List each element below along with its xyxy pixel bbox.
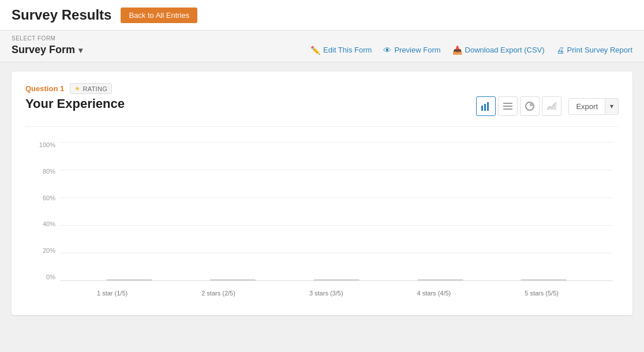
svg-rect-3 [503,103,512,104]
top-header: Survey Results Back to All Entries [0,0,644,31]
toolbar-actions: ✏️ Edit This Form 👁 Preview Form 📥 Downl… [310,46,632,55]
pie-chart-button[interactable] [520,96,540,116]
edit-form-label: Edit This Form [323,46,372,54]
bar-chart-icon [481,101,491,111]
edit-form-action[interactable]: ✏️ Edit This Form [310,46,372,55]
bar-chart-container: 100% 80% 60% 40% 20% 0% [25,136,619,304]
x-label-3stars: 3 stars (3/5) [309,290,343,297]
print-icon: 🖨 [556,46,564,55]
grid-line-20 [60,253,613,253]
question-type-label: RATING [83,85,108,92]
area-chart-button[interactable] [542,96,561,116]
preview-form-action[interactable]: 👁 Preview Form [383,46,440,55]
selected-form-name: Survey Form [12,44,75,56]
pie-chart-icon [525,101,535,111]
table-view-button[interactable] [498,96,518,116]
question-type-badge: ★ RATING [70,83,112,94]
y-label-60: 60% [43,195,55,201]
grid-lines [60,142,613,280]
form-select-row: Survey Form ▾ ✏️ Edit This Form 👁 Previe… [12,44,632,56]
question-number: Question 1 [25,84,64,93]
download-icon: 📥 [452,46,462,55]
svg-rect-2 [487,102,489,111]
y-label-80: 80% [43,168,55,175]
form-select-bar: SELECT FORM Survey Form ▾ ✏️ Edit This F… [0,31,644,62]
back-button[interactable]: Back to All Entries [121,8,197,23]
grid-line-100 [60,142,613,143]
x-label-4stars: 4 stars (4/5) [417,290,451,297]
question-title: Your Experience [25,96,125,111]
form-dropdown[interactable]: Survey Form ▾ [12,44,83,56]
x-label-5stars: 5 stars (5/5) [525,290,559,297]
svg-rect-0 [481,106,483,111]
download-csv-action[interactable]: 📥 Download Export (CSV) [452,46,545,55]
area-chart-icon [546,101,557,111]
download-csv-label: Download Export (CSV) [465,46,545,54]
y-label-100: 100% [39,142,55,148]
y-label-20: 20% [43,248,55,254]
x-label-1star: 1 star (1/5) [97,290,128,297]
svg-rect-1 [484,104,486,111]
export-dropdown[interactable]: Export ▾ [568,98,619,115]
page-title: Survey Results [12,7,111,23]
grid-line-80 [60,170,613,170]
eye-icon: 👁 [383,46,391,55]
chart-toolbar: Export ▾ [476,96,619,116]
y-label-40: 40% [43,221,55,227]
chevron-down-icon: ▾ [78,46,83,55]
divider [25,126,619,127]
grid-line-40 [60,225,613,226]
x-label-2stars: 2 stars (2/5) [201,290,235,297]
edit-icon: ✏️ [310,46,320,55]
grid-line-60 [60,197,613,198]
preview-form-label: Preview Form [394,46,440,54]
y-label-0: 0% [46,274,55,280]
table-icon [503,101,513,111]
print-report-action[interactable]: 🖨 Print Survey Report [556,46,632,55]
question-header: Question 1 ★ RATING [25,83,619,94]
print-report-label: Print Survey Report [567,46,632,54]
question-card: Question 1 ★ RATING Your Experience [12,72,632,315]
select-form-label: SELECT FORM [12,35,632,42]
export-chevron-icon[interactable]: ▾ [605,99,618,114]
bar-chart-button[interactable] [476,96,496,116]
export-label[interactable]: Export [569,99,605,114]
main-content: Question 1 ★ RATING Your Experience [0,62,644,345]
svg-rect-4 [503,106,512,107]
grid-line-0 [60,280,613,281]
x-axis-labels: 1 star (1/5) 2 stars (2/5) 3 stars (3/5)… [31,280,613,297]
svg-rect-5 [503,108,512,110]
star-icon: ★ [74,85,80,92]
